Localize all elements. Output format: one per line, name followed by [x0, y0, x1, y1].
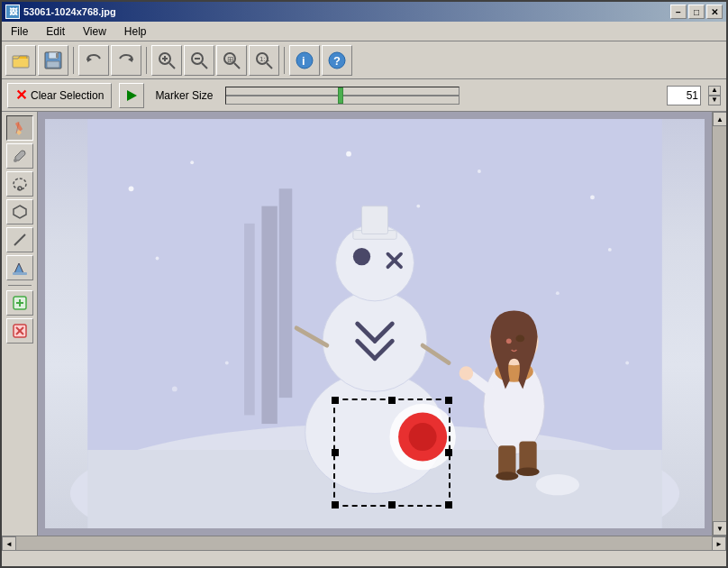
svg-text:⊞: ⊞	[227, 55, 234, 64]
scroll-down-arrow[interactable]: ▼	[713, 521, 726, 536]
canvas-inner	[45, 119, 705, 528]
menu-edit[interactable]: Edit	[41, 23, 70, 40]
svg-rect-45	[244, 224, 255, 416]
undo-button[interactable]	[78, 45, 109, 76]
svg-point-85	[516, 467, 539, 476]
scrollbar-right: ▲ ▼	[712, 112, 726, 536]
zoom-actual-button[interactable]: 1:1	[249, 45, 279, 76]
svg-rect-25	[14, 122, 22, 132]
status-bar	[2, 550, 726, 566]
menu-file[interactable]: File	[5, 23, 33, 40]
help-button[interactable]: ?	[322, 45, 352, 76]
save-button[interactable]	[38, 45, 68, 76]
add-region-tool[interactable]	[6, 290, 33, 316]
app-window: 🖼 53061-1024x768.jpg − □ ✕ File Edit Vie…	[0, 0, 728, 568]
marker-size-label: Marker Size	[155, 89, 213, 102]
polygon-tool[interactable]	[6, 199, 33, 224]
toolbar-sep-3	[284, 47, 285, 74]
marker-slider-thumb[interactable]	[338, 87, 343, 104]
redo-button[interactable]	[111, 45, 141, 76]
svg-line-8	[169, 63, 175, 69]
main-area: ▲ ▼	[2, 112, 726, 536]
svg-rect-3	[47, 61, 59, 68]
marker-spin-up[interactable]: ▲	[708, 86, 721, 96]
title-bar: 🖼 53061-1024x768.jpg − □ ✕	[2, 2, 726, 22]
clear-selection-button[interactable]: ✕ Clear Selection	[7, 83, 112, 108]
toolbar-sep-1	[73, 47, 74, 74]
scroll-right-arrow[interactable]: ►	[712, 536, 726, 551]
svg-point-48	[590, 196, 595, 200]
scene-svg	[45, 119, 705, 528]
fill-tool[interactable]	[6, 255, 33, 280]
zoom-out-button[interactable]	[184, 45, 214, 76]
svg-line-18	[267, 63, 272, 69]
svg-point-49	[478, 169, 481, 173]
lasso-tool[interactable]	[6, 171, 33, 197]
menu-view[interactable]: View	[77, 23, 112, 40]
svg-point-47	[190, 160, 194, 164]
menu-help[interactable]: Help	[119, 23, 152, 40]
svg-point-81	[460, 366, 473, 380]
svg-line-15	[234, 63, 240, 69]
svg-marker-5	[87, 57, 92, 62]
svg-marker-31	[14, 206, 26, 218]
scroll-left-arrow[interactable]: ◄	[2, 536, 16, 551]
svg-rect-62	[362, 206, 388, 234]
zoom-in-button[interactable]	[151, 45, 182, 76]
svg-point-55	[416, 205, 420, 208]
toolbar-sep-2	[146, 47, 147, 74]
zoom-fit-button[interactable]: ⊞	[216, 45, 247, 76]
svg-rect-82	[498, 445, 515, 476]
pencil-tool[interactable]	[6, 115, 33, 141]
svg-point-50	[346, 151, 351, 157]
svg-line-32	[14, 234, 25, 245]
open-button[interactable]	[5, 45, 36, 76]
marker-spinner[interactable]: ▲ ▼	[708, 86, 721, 105]
title-buttons: − □ ✕	[670, 5, 723, 19]
svg-rect-4	[56, 53, 59, 58]
scroll-up-arrow[interactable]: ▲	[713, 112, 726, 126]
window-title: 53061-1024x768.jpg	[23, 6, 116, 17]
marker-value-input[interactable]: 51	[667, 86, 701, 105]
svg-text:?: ?	[333, 54, 341, 68]
play-button[interactable]	[119, 83, 144, 108]
left-toolbar	[2, 112, 38, 536]
svg-line-12	[202, 63, 207, 69]
clear-selection-label: Clear Selection	[31, 89, 104, 102]
info-button[interactable]: i	[289, 45, 320, 76]
svg-text:i: i	[302, 54, 305, 68]
app-icon: 🖼	[5, 5, 20, 19]
eyedropper-tool[interactable]	[6, 143, 33, 169]
svg-point-46	[129, 186, 134, 191]
scrollbar-bottom: ◄ ►	[2, 536, 726, 550]
scroll-right-track[interactable]	[713, 126, 726, 521]
svg-point-30	[18, 187, 22, 190]
canvas-area[interactable]	[38, 112, 712, 536]
svg-marker-24	[127, 90, 137, 101]
svg-point-53	[225, 362, 229, 365]
toolbar: ⊞ 1:1 i ?	[2, 41, 726, 79]
svg-point-56	[172, 387, 177, 392]
left-tool-sep	[8, 285, 32, 286]
minimize-button[interactable]: −	[670, 5, 687, 19]
marker-spin-down[interactable]: ▼	[708, 96, 721, 105]
svg-rect-44	[279, 188, 292, 398]
svg-rect-43	[261, 206, 277, 424]
marker-slider-container[interactable]	[225, 87, 654, 105]
delete-region-tool[interactable]	[6, 318, 33, 344]
maximize-button[interactable]: □	[688, 5, 705, 19]
svg-rect-83	[519, 441, 536, 472]
svg-marker-6	[128, 57, 132, 62]
close-button[interactable]: ✕	[706, 5, 723, 19]
line-tool[interactable]	[6, 227, 33, 252]
scroll-bottom-track[interactable]	[16, 536, 712, 550]
svg-point-54	[556, 291, 560, 295]
svg-point-84	[496, 472, 518, 481]
clear-x-icon: ✕	[15, 87, 27, 104]
svg-point-28	[14, 159, 17, 162]
svg-text:1:1: 1:1	[259, 55, 270, 63]
svg-point-29	[14, 179, 26, 189]
menu-bar: File Edit View Help	[2, 22, 726, 41]
marker-slider[interactable]	[225, 87, 460, 105]
svg-point-57	[625, 362, 629, 365]
